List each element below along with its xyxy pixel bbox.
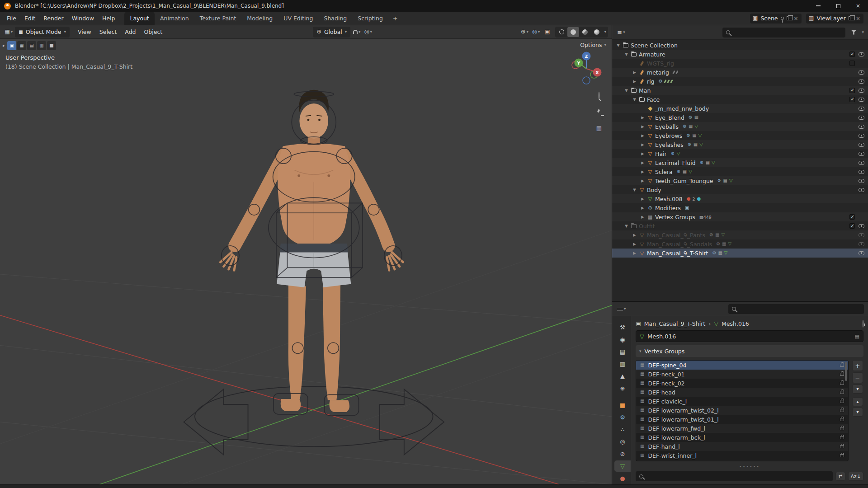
vertex-group-row-def-lowerarm-twist-01-l[interactable]: ▦ DEF-lowerarm_twist_01_l [636, 415, 848, 424]
lock-icon[interactable] [840, 436, 844, 439]
hide-eye-icon[interactable] [859, 89, 864, 93]
workspace-tab-modeling[interactable]: Modeling [241, 12, 278, 25]
toolbar-expand-icon[interactable]: ▸ [3, 43, 5, 48]
outliner-search-input[interactable] [733, 29, 842, 36]
lock-icon[interactable] [840, 400, 844, 403]
expand-caret-icon[interactable]: ▶ [639, 206, 646, 210]
expand-caret-icon[interactable]: ▶ [639, 178, 646, 183]
add-vertex-group-button[interactable]: + [852, 360, 863, 371]
pin-id-button[interactable] [863, 320, 863, 327]
menu-render[interactable]: Render [39, 14, 68, 23]
outliner-row-body[interactable]: ▼▽ Body [612, 185, 868, 194]
viewport-menu-object[interactable]: Object [140, 27, 167, 38]
vertex-group-row-def-neck-01[interactable]: ▦ DEF-neck_01 [636, 370, 848, 379]
vertex-group-row-def-head[interactable]: ▦ DEF-head [636, 388, 848, 397]
lock-icon[interactable] [840, 409, 844, 412]
mode-selector[interactable]: ■ Object Mode ▾ [15, 27, 70, 38]
show-gizmo-toggle[interactable]: ⊕▾ [519, 27, 529, 38]
properties-tab-scene[interactable]: ▲ [614, 371, 631, 382]
lock-icon[interactable] [840, 445, 844, 448]
outliner-filter-button[interactable] [849, 27, 859, 38]
move-group-down-button[interactable]: ▾ [852, 408, 863, 417]
expand-caret-icon[interactable]: ▶ [639, 142, 646, 147]
expand-caret-icon[interactable]: ▶ [639, 133, 646, 138]
properties-tab-particles[interactable]: ∴ [614, 424, 631, 435]
workspace-tab-uv-editing[interactable]: UV Editing [278, 12, 318, 25]
lock-icon[interactable] [840, 427, 844, 430]
outliner-row-rig[interactable]: ▶ rig ⚙ [612, 77, 868, 86]
minimize-button[interactable] [808, 0, 828, 12]
vertex-groups-panel-header[interactable]: ▾ Vertex Groups [636, 345, 863, 357]
menu-help[interactable]: Help [98, 14, 119, 23]
hide-eye-icon[interactable] [859, 52, 864, 56]
hide-eye-icon[interactable] [859, 80, 864, 84]
vertex-group-specials-button[interactable]: ▾ [852, 385, 863, 394]
vertex-group-row-def-wrist-inner-l[interactable]: ▦ DEF-wrist_inner_l [636, 451, 848, 460]
add-workspace-button[interactable]: + [388, 12, 402, 25]
list-resize-grip[interactable]: ∙∙∙∙∙∙ [636, 465, 863, 468]
workspace-tab-layout[interactable]: Layout [124, 12, 155, 25]
new-view-layer-icon[interactable] [849, 16, 853, 20]
properties-tab-world[interactable]: ⊕ [614, 383, 631, 394]
outliner-row-face[interactable]: ▼ Face [612, 95, 868, 104]
remove-view-layer-icon[interactable]: × [855, 16, 861, 21]
maximize-button[interactable] [828, 0, 848, 12]
workspace-tab-texture-paint[interactable]: Texture Paint [194, 12, 242, 25]
shading-solid-button[interactable] [567, 27, 579, 37]
outliner-row-modifiers[interactable]: ▶⚙ Modifiers ▣ [612, 203, 868, 212]
select-mode-set-button[interactable]: ▣ [7, 41, 16, 50]
view-layer-selector[interactable]: ▥ ViewLayer × [806, 14, 863, 23]
workspace-tab-shading[interactable]: Shading [318, 12, 352, 25]
outliner-editor-type-button[interactable]: ≡ ▾ [616, 27, 626, 38]
workspace-tab-scripting[interactable]: Scripting [352, 12, 388, 25]
outliner-search[interactable] [722, 28, 845, 38]
invert-filter-button[interactable]: ⇄ [835, 472, 845, 481]
outliner-row-eyebrows[interactable]: ▶▽ Eyebrows ⚙▦▽ [612, 131, 868, 140]
lock-icon[interactable] [840, 382, 844, 385]
vertex-group-row-def-clavicle-l[interactable]: ▦ DEF-clavicle_l [636, 397, 848, 406]
hide-eye-icon[interactable] [859, 170, 864, 174]
select-mode-invert-button[interactable]: ▥ [37, 41, 46, 50]
show-overlays-toggle[interactable]: ◎▾ [531, 27, 541, 38]
lock-icon[interactable] [840, 454, 844, 457]
hide-eye-icon[interactable] [859, 251, 864, 255]
mesh-name-input[interactable] [647, 333, 852, 340]
navigation-gizmo[interactable]: Z X Y [566, 49, 606, 89]
expand-caret-icon[interactable]: ▶ [639, 151, 646, 156]
outliner-row-vertex-groups[interactable]: ▶▦ Vertex Groups ▦449 [612, 212, 868, 221]
properties-editor-type-button[interactable]: ▾ [616, 304, 627, 314]
snap-toggle[interactable]: ▾ [352, 27, 362, 38]
menu-edit[interactable]: Edit [20, 14, 39, 23]
collapse-caret-icon[interactable]: ▼ [623, 52, 630, 56]
select-mode-intersect-button[interactable]: ■ [47, 41, 56, 50]
chevron-down-icon[interactable]: ▾ [862, 30, 864, 34]
expand-caret-icon[interactable]: ▶ [631, 242, 638, 246]
collapse-caret-icon[interactable]: ▼ [623, 224, 630, 228]
outliner-row-mesh-008[interactable]: ▶▽ Mesh.008 ●2● [612, 194, 868, 203]
close-button[interactable]: × [848, 0, 868, 12]
outliner-row-man-casual-9-t-shirt[interactable]: ▶▽ Man_Casual_9_T-Shirt ⚙▦▽ [612, 249, 868, 258]
collection-checkbox[interactable] [849, 97, 855, 102]
vertex-group-row-def-lowerarm-bck-l[interactable]: ▦ DEF-lowerarm_bck_l [636, 433, 848, 442]
menu-file[interactable]: File [3, 14, 20, 23]
outliner-row-metarig[interactable]: ▶ metarig [612, 68, 868, 77]
shading-material-button[interactable] [579, 27, 591, 37]
select-mode-extend-button[interactable]: ▦ [17, 41, 26, 50]
vertex-group-row-def-lowerarm-twist-02-l[interactable]: ▦ DEF-lowerarm_twist_02_l [636, 406, 848, 415]
outliner-row-lacrimal-fluid[interactable]: ▶▽ Lacrimal_Fluid ⚙▦▽ [612, 158, 868, 167]
lock-icon[interactable] [840, 418, 844, 421]
outliner-row-armature[interactable]: ▼ Armature [612, 50, 868, 59]
expand-caret-icon[interactable]: ▶ [639, 215, 646, 219]
collection-checkbox[interactable] [849, 214, 855, 220]
collection-checkbox[interactable] [849, 223, 855, 229]
hide-eye-icon[interactable] [859, 125, 864, 129]
expand-caret-icon[interactable]: ▶ [631, 79, 638, 84]
outliner-row-eye-blend[interactable]: ▶▽ Eye_Blend ⚙▦ [612, 113, 868, 122]
expand-caret-icon[interactable]: ▶ [639, 124, 646, 129]
collapse-caret-icon[interactable]: ▼ [631, 188, 638, 192]
collapse-caret-icon[interactable]: ▼ [623, 88, 630, 93]
remove-vertex-group-button[interactable]: − [852, 372, 863, 383]
hide-eye-icon[interactable] [859, 116, 864, 120]
gizmo-neg-z[interactable] [583, 77, 590, 84]
breadcrumb-data[interactable]: Mesh.016 [722, 320, 749, 327]
